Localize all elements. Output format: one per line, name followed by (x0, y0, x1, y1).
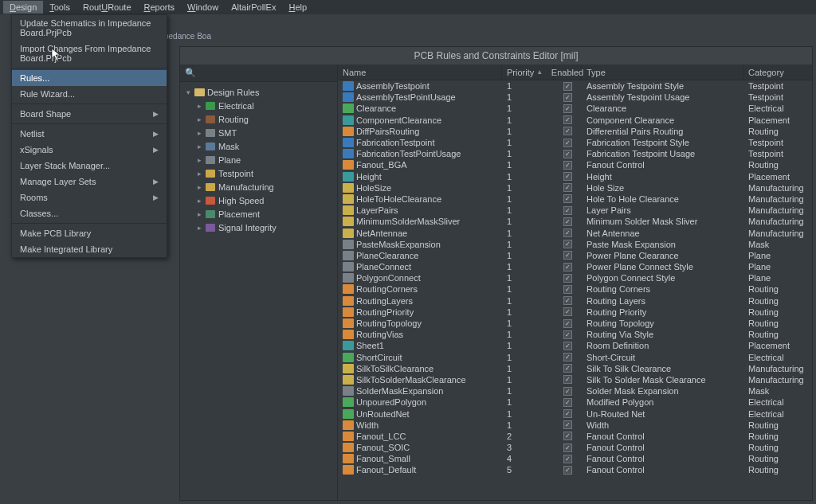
enabled-checkbox[interactable]: ✓ (563, 398, 572, 407)
menu-route[interactable]: RoutURoute (76, 1, 138, 14)
enabled-checkbox[interactable]: ✓ (563, 274, 572, 283)
table-row[interactable]: FabricationTestpoint1✓Fabrication Testpo… (338, 137, 812, 148)
tree-node[interactable]: ▸Plane (180, 153, 337, 166)
menu-altairpollex[interactable]: AltairPollEx (225, 1, 282, 14)
enabled-checkbox[interactable]: ✓ (563, 330, 572, 339)
table-row[interactable]: Height1✓HeightPlacement (338, 171, 812, 182)
tree-search-input[interactable] (201, 68, 332, 78)
enabled-checkbox[interactable]: ✓ (563, 82, 572, 91)
enabled-checkbox[interactable]: ✓ (563, 263, 572, 272)
table-row[interactable]: Fanout_Default5✓Fanout ControlRouting (338, 464, 812, 475)
table-row[interactable]: MinimumSolderMaskSliver1✓Minimum Solder … (338, 216, 812, 227)
enabled-checkbox[interactable]: ✓ (563, 319, 572, 328)
table-row[interactable]: SilkToSolderMaskClearance1✓Silk To Solde… (338, 374, 812, 385)
table-row[interactable]: RoutingPriority1✓Routing PriorityRouting (338, 307, 812, 318)
menu-window[interactable]: Window (181, 1, 225, 14)
table-row[interactable]: RoutingVias1✓Routing Via StyleRouting (338, 329, 812, 340)
menu-item[interactable]: Classes... (12, 205, 167, 221)
table-row[interactable]: HoleToHoleClearance1✓Hole To Hole Cleara… (338, 193, 812, 205)
col-priority[interactable]: Priority▲ (502, 64, 554, 80)
menu-item[interactable]: Layer Stack Manager... (12, 158, 167, 174)
enabled-checkbox[interactable]: ✓ (563, 432, 572, 440)
table-row[interactable]: ComponentClearance1✓Component ClearanceP… (338, 115, 812, 126)
table-row[interactable]: RoutingTopology1✓Routing TopologyRouting (338, 318, 812, 329)
table-row[interactable]: FabricationTestPointUsage1✓Fabrication T… (338, 148, 812, 159)
table-row[interactable]: NetAntennae1✓Net AntennaeManufacturing (338, 227, 812, 238)
menu-item[interactable]: Rooms▶ (12, 189, 167, 205)
enabled-checkbox[interactable]: ✓ (563, 353, 572, 361)
enabled-checkbox[interactable]: ✓ (563, 150, 572, 158)
enabled-checkbox[interactable]: ✓ (563, 139, 572, 147)
table-row[interactable]: Fanout_LCC2✓Fanout ControlRouting (338, 431, 812, 442)
menu-item[interactable]: Import Changes From Impedance Board.PrjP… (12, 41, 167, 66)
tree-node[interactable]: ▸Routing (180, 112, 337, 126)
table-row[interactable]: PolygonConnect1✓Polygon Connect StylePla… (338, 272, 812, 283)
tree-search[interactable]: 🔍 (180, 64, 337, 82)
menu-item[interactable]: Rules... (12, 70, 167, 86)
table-row[interactable]: AssemblyTestPointUsage1✓Assembly Testpoi… (338, 92, 812, 103)
tree-node[interactable]: ▸Placement (180, 207, 337, 221)
enabled-checkbox[interactable]: ✓ (563, 409, 572, 418)
table-row[interactable]: UnpouredPolygon1✓Modified PolygonElectri… (338, 397, 812, 408)
table-row[interactable]: ShortCircuit1✓Short-CircuitElectrical (338, 352, 812, 363)
table-row[interactable]: PlaneConnect1✓Power Plane Connect StyleP… (338, 261, 812, 272)
menu-item[interactable]: Rule Wizard... (12, 86, 167, 102)
table-row[interactable]: DiffPairsRouting1✓Differential Pairs Rou… (338, 126, 812, 137)
menu-item[interactable]: xSignals▶ (12, 142, 167, 158)
table-row[interactable]: Fanout_Small4✓Fanout ControlRouting (338, 453, 812, 464)
enabled-checkbox[interactable]: ✓ (563, 229, 572, 237)
menu-reports[interactable]: Reports (138, 1, 182, 14)
table-row[interactable]: Sheet11✓Room DefinitionPlacement (338, 340, 812, 351)
enabled-checkbox[interactable]: ✓ (563, 285, 572, 294)
tree-node[interactable]: ▸Electrical (180, 99, 337, 112)
enabled-checkbox[interactable]: ✓ (563, 251, 572, 260)
table-row[interactable]: RoutingLayers1✓Routing LayersRouting (338, 295, 812, 307)
enabled-checkbox[interactable]: ✓ (563, 387, 572, 396)
tree-node[interactable]: ▸Manufacturing (180, 180, 337, 193)
table-row[interactable]: SilkToSilkClearance1✓Silk To Silk Cleara… (338, 363, 812, 374)
col-type[interactable]: Type (582, 64, 743, 80)
enabled-checkbox[interactable]: ✓ (563, 296, 572, 305)
table-row[interactable]: AssemblyTestpoint1✓Assembly Testpoint St… (338, 80, 812, 92)
table-row[interactable]: Fanout_SOIC3✓Fanout ControlRouting (338, 442, 812, 453)
table-row[interactable]: Fanout_BGA1✓Fanout ControlRouting (338, 159, 812, 170)
table-row[interactable]: UnRoutedNet1✓Un-Routed NetElectrical (338, 408, 812, 419)
table-row[interactable]: PasteMaskExpansion1✓Paste Mask Expansion… (338, 239, 812, 250)
enabled-checkbox[interactable]: ✓ (563, 443, 572, 452)
menu-item[interactable]: Make Integrated Library (12, 241, 167, 257)
col-name[interactable]: Name (338, 64, 502, 80)
table-row[interactable]: Width1✓WidthRouting (338, 420, 812, 431)
menu-design[interactable]: Design (3, 1, 43, 14)
tree-node[interactable]: ▸High Speed (180, 193, 337, 207)
menu-item[interactable]: Board Shape▶ (12, 106, 167, 122)
enabled-checkbox[interactable]: ✓ (563, 217, 572, 226)
enabled-checkbox[interactable]: ✓ (563, 127, 572, 135)
enabled-checkbox[interactable]: ✓ (563, 161, 572, 170)
enabled-checkbox[interactable]: ✓ (563, 364, 572, 373)
menu-item[interactable]: Manage Layer Sets▶ (12, 174, 167, 189)
enabled-checkbox[interactable]: ✓ (563, 466, 572, 475)
col-enabled[interactable]: Enabled (554, 64, 582, 80)
menu-item[interactable]: Update Schematics in Impedance Board.Prj… (12, 15, 167, 41)
col-category[interactable]: Category (743, 64, 812, 80)
menu-tools[interactable]: Tools (43, 1, 76, 14)
table-row[interactable]: HoleSize1✓Hole SizeManufacturing (338, 182, 812, 193)
menu-item[interactable]: Make PCB Library (12, 225, 167, 241)
table-row[interactable]: Clearance1✓ClearanceElectrical (338, 103, 812, 114)
enabled-checkbox[interactable]: ✓ (563, 342, 572, 350)
enabled-checkbox[interactable]: ✓ (563, 307, 572, 316)
enabled-checkbox[interactable]: ✓ (563, 240, 572, 248)
tree-node[interactable]: ▸SMT (180, 126, 337, 139)
tree-node[interactable]: ▸Signal Integrity (180, 221, 337, 234)
menu-help[interactable]: Help (282, 1, 313, 14)
table-row[interactable]: LayerPairs1✓Layer PairsManufacturing (338, 205, 812, 216)
enabled-checkbox[interactable]: ✓ (563, 194, 572, 203)
menu-item[interactable]: Netlist▶ (12, 126, 167, 142)
enabled-checkbox[interactable]: ✓ (563, 206, 572, 215)
enabled-checkbox[interactable]: ✓ (563, 420, 572, 429)
enabled-checkbox[interactable]: ✓ (563, 104, 572, 113)
enabled-checkbox[interactable]: ✓ (563, 375, 572, 384)
tree-node[interactable]: ▸Mask (180, 139, 337, 153)
table-row[interactable]: SolderMaskExpansion1✓Solder Mask Expansi… (338, 385, 812, 397)
enabled-checkbox[interactable]: ✓ (563, 172, 572, 181)
